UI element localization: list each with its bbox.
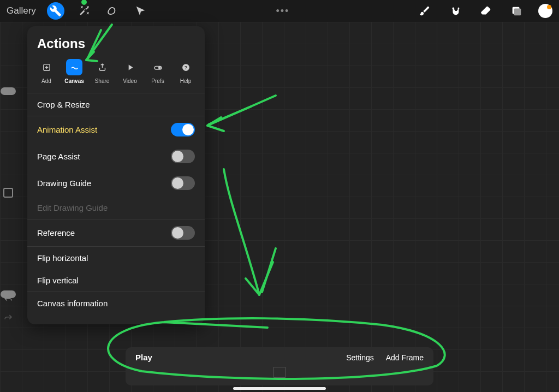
- flip-vertical-row[interactable]: Flip vertical: [27, 269, 205, 292]
- gallery-link[interactable]: Gallery: [7, 5, 36, 16]
- brush-size-slider[interactable]: [1, 87, 16, 95]
- top-toolbar-left: Gallery: [7, 2, 150, 20]
- reference-row[interactable]: Reference: [27, 219, 205, 246]
- wrench-icon[interactable]: [47, 2, 64, 20]
- actions-panel: Actions Add Canvas Share Video Prefs ? H…: [27, 26, 205, 324]
- page-assist-toggle[interactable]: [171, 150, 195, 163]
- tab-label: Video: [123, 78, 136, 84]
- actions-title: Actions: [27, 36, 205, 59]
- cursor-icon[interactable]: [132, 2, 150, 20]
- color-swatch[interactable]: [538, 4, 552, 18]
- actions-tabs: Add Canvas Share Video Prefs ? Help: [27, 59, 205, 93]
- layers-icon[interactable]: [508, 2, 525, 20]
- canvas-information-row[interactable]: Canvas information: [27, 292, 205, 314]
- tab-canvas[interactable]: Canvas: [61, 59, 88, 84]
- tab-add[interactable]: Add: [33, 59, 60, 84]
- play-button[interactable]: Play: [135, 353, 152, 362]
- svg-point-4: [158, 67, 160, 69]
- tab-label: Canvas: [64, 78, 84, 84]
- magic-wand-icon[interactable]: [75, 2, 93, 20]
- share-icon: [98, 63, 107, 72]
- redo-icon[interactable]: [3, 313, 13, 323]
- undo-redo-group: [3, 295, 13, 323]
- animation-timeline: Play Settings Add Frame: [126, 347, 433, 385]
- modify-button[interactable]: [3, 188, 13, 198]
- reference-toggle[interactable]: [171, 226, 195, 240]
- settings-button[interactable]: Settings: [346, 353, 374, 362]
- selection-icon[interactable]: [104, 2, 121, 20]
- animation-assist-toggle[interactable]: [171, 123, 195, 136]
- smudge-icon[interactable]: [447, 2, 464, 20]
- home-indicator: [233, 387, 326, 390]
- svg-text:?: ?: [184, 65, 187, 70]
- edit-drawing-guide-row: Edit Drawing Guide: [27, 197, 205, 219]
- top-toolbar: Gallery •••: [0, 0, 559, 22]
- brush-icon[interactable]: [416, 2, 433, 20]
- left-sidebar: [0, 87, 16, 298]
- tab-video[interactable]: Video: [116, 59, 144, 84]
- prefs-icon: [153, 63, 163, 72]
- tab-label: Prefs: [151, 78, 164, 84]
- animation-assist-row[interactable]: Animation Assist: [27, 116, 205, 143]
- frame-thumbnail[interactable]: [273, 367, 286, 378]
- undo-icon[interactable]: [3, 295, 13, 305]
- add-frame-button[interactable]: Add Frame: [386, 353, 424, 362]
- tab-help[interactable]: ? Help: [172, 59, 199, 84]
- flip-horizontal-row[interactable]: Flip horizontal: [27, 247, 205, 269]
- drawing-guide-row[interactable]: Drawing Guide: [27, 170, 205, 197]
- svg-rect-1: [514, 8, 521, 15]
- help-icon: ?: [181, 63, 191, 72]
- tab-label: Add: [41, 78, 51, 84]
- top-toolbar-right: [416, 2, 552, 20]
- crop-resize-row[interactable]: Crop & Resize: [27, 93, 205, 116]
- add-icon: [42, 63, 51, 72]
- tab-share[interactable]: Share: [88, 59, 116, 84]
- tab-label: Help: [180, 78, 192, 84]
- eraser-icon[interactable]: [477, 2, 495, 20]
- tab-label: Share: [95, 78, 110, 84]
- page-assist-row[interactable]: Page Assist: [27, 143, 205, 170]
- canvas-icon: [70, 63, 79, 72]
- tab-prefs[interactable]: Prefs: [144, 59, 171, 84]
- modify-menu-icon[interactable]: •••: [276, 5, 289, 17]
- notification-dot-icon: [547, 5, 551, 9]
- video-icon: [126, 63, 135, 72]
- active-dot-icon: [81, 0, 87, 5]
- drawing-guide-toggle[interactable]: [171, 176, 195, 190]
- timeline-track[interactable]: [135, 364, 424, 380]
